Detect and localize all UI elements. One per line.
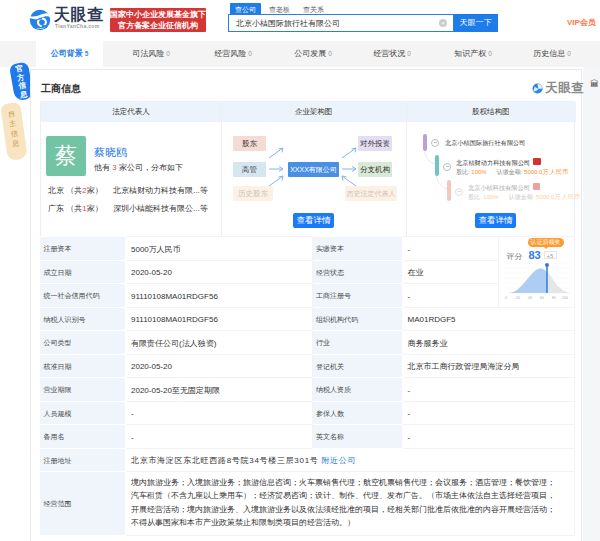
svg-text:40: 40 <box>528 296 532 300</box>
svg-text:100: 100 <box>562 296 568 300</box>
svg-text:0: 0 <box>505 296 507 300</box>
svg-text:80: 80 <box>552 296 556 300</box>
svg-text:60: 60 <box>540 296 544 300</box>
svg-text:20: 20 <box>516 296 520 300</box>
